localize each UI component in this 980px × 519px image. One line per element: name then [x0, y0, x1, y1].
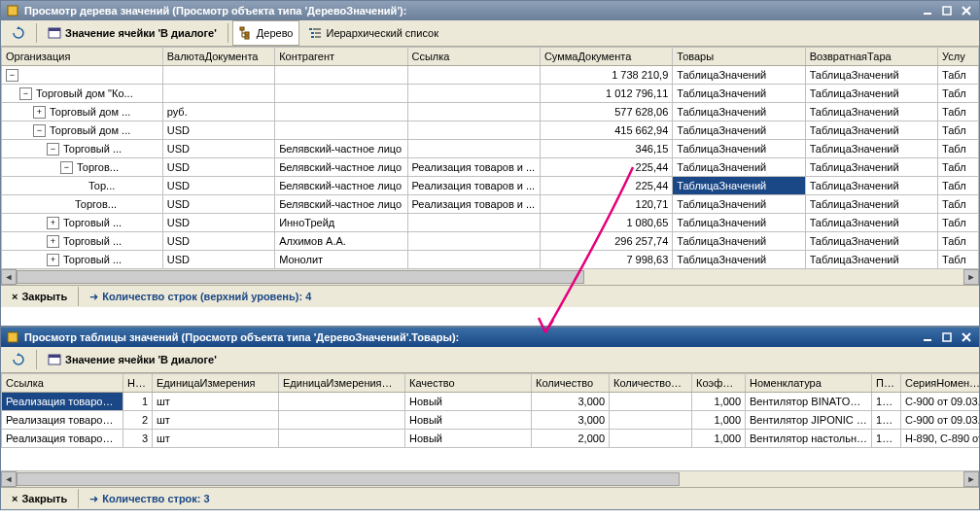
org-cell: Торговый ... — [63, 143, 122, 155]
svg-rect-9 — [245, 36, 249, 39]
dialog-icon — [48, 353, 61, 366]
tree-toggle[interactable]: − — [19, 87, 32, 100]
cell-value-label: Значение ячейки 'В диалоге' — [65, 27, 217, 39]
column-header[interactable]: Контрагент — [275, 48, 407, 66]
svg-rect-11 — [313, 28, 321, 30]
cell-value-button[interactable]: Значение ячейки 'В диалоге' — [41, 20, 224, 46]
table-row[interactable]: +Торговый дом ...руб.577 628,06ТаблицаЗн… — [2, 103, 979, 121]
tree-toggle[interactable]: − — [47, 143, 59, 156]
tree-toggle[interactable]: + — [33, 106, 46, 119]
org-cell: Торговый ... — [63, 235, 122, 247]
close-button[interactable] — [958, 329, 975, 345]
table-row[interactable]: −Торгов...USDБелявский-частное лицоРеали… — [2, 158, 979, 177]
app-icon — [5, 329, 20, 345]
svg-rect-8 — [245, 32, 249, 35]
svg-rect-13 — [315, 32, 321, 34]
tree-grid[interactable]: ОрганизацияВалютаДокументаКонтрагентСсыл… — [1, 47, 979, 268]
table-window: Просмотр таблицы значений (Просмотр объе… — [0, 327, 980, 510]
arrow-right-icon: ➜ — [89, 291, 98, 303]
table-grid[interactable]: СсылкаНо...ЕдиницаИзмеренияЕдиницаИзмере… — [1, 373, 979, 470]
refresh-button[interactable] — [5, 347, 32, 372]
dialog-icon — [48, 26, 61, 40]
minimize-button[interactable] — [919, 3, 936, 18]
svg-rect-22 — [49, 355, 60, 358]
tree-view-button[interactable]: Дерево — [232, 20, 300, 46]
tree-toggle[interactable]: − — [60, 161, 73, 174]
table-row[interactable]: +Торговый ...USDАлхимов А.А.296 257,74Та… — [2, 232, 979, 251]
close-panel-button[interactable]: × Закрыть — [5, 490, 74, 507]
table-row[interactable]: Реализация товаров и ...1штНовый3,0001,0… — [2, 393, 980, 411]
svg-rect-14 — [311, 36, 314, 38]
refresh-button[interactable] — [5, 20, 32, 46]
maximize-button[interactable] — [938, 329, 956, 345]
column-header[interactable]: Товары — [673, 48, 805, 66]
tree-toggle[interactable]: + — [47, 254, 59, 266]
tree-view-label: Дерево — [257, 27, 294, 39]
column-header[interactable]: Количество — [532, 374, 610, 393]
cell-value-button[interactable]: Значение ячейки 'В диалоге' — [41, 347, 224, 372]
status-bar: × Закрыть ➜ Количество строк: 3 — [1, 487, 979, 509]
row-count-button[interactable]: ➜ Количество строк (верхний уровень): 4 — [83, 288, 318, 306]
column-header[interactable]: Пр... — [872, 374, 901, 393]
table-row[interactable]: +Торговый ...USDИнноТрейд1 080,65Таблица… — [2, 214, 979, 232]
table-row[interactable]: Торгов...USDБелявский-частное лицоРеализ… — [2, 195, 979, 214]
table-row[interactable]: −Торговый ...USDБелявский-частное лицо34… — [2, 140, 979, 158]
svg-rect-2 — [943, 7, 951, 15]
scroll-right-button[interactable]: ► — [963, 471, 979, 487]
table-row[interactable]: +Торговый ...USDМонолит7 998,63ТаблицаЗн… — [2, 251, 979, 269]
table-row[interactable]: −Торговый дом ...USD415 662,94ТаблицаЗна… — [2, 121, 979, 140]
column-header[interactable]: ВозвратнаяТара — [805, 48, 937, 66]
maximize-button[interactable] — [938, 3, 956, 18]
scroll-thumb[interactable] — [17, 472, 680, 486]
scroll-left-button[interactable]: ◄ — [1, 269, 17, 285]
column-header[interactable]: Услу — [938, 48, 979, 66]
column-header[interactable]: Ссылка — [2, 374, 123, 393]
close-panel-button[interactable]: × Закрыть — [5, 288, 74, 305]
tree-toggle[interactable]: + — [47, 217, 59, 229]
title-bar[interactable]: Просмотр дерева значений (Просмотр объек… — [1, 1, 979, 20]
column-header[interactable]: Номенклатура — [746, 374, 872, 393]
toolbar: Значение ячейки 'В диалоге' — [1, 347, 979, 373]
table-row[interactable]: Реализация товаров и ...3штНовый2,0001,0… — [2, 430, 980, 448]
refresh-icon — [12, 353, 25, 366]
column-header[interactable]: Коэффи... — [692, 374, 746, 393]
title-bar[interactable]: Просмотр таблицы значений (Просмотр объе… — [1, 328, 979, 347]
svg-rect-18 — [943, 333, 951, 341]
minimize-button[interactable] — [919, 329, 936, 345]
row-count-label: Количество строк: 3 — [102, 493, 209, 504]
window-title: Просмотр дерева значений (Просмотр объек… — [24, 5, 406, 17]
table-row[interactable]: −Торговый дом "Ко...1 012 796,11ТаблицаЗ… — [2, 85, 979, 103]
column-header[interactable]: Но... — [123, 374, 153, 393]
column-header[interactable]: КоличествоМ... — [610, 374, 692, 393]
tree-toggle[interactable]: − — [6, 69, 18, 82]
table-row[interactable]: Тор...USDБелявский-частное лицоРеализаци… — [2, 177, 979, 195]
column-header[interactable]: СуммаДокумента — [540, 48, 672, 66]
table-row[interactable]: −1 738 210,9ТаблицаЗначенийТаблицаЗначен… — [2, 66, 979, 85]
svg-rect-7 — [240, 27, 244, 30]
hier-list-button[interactable]: Иерархический список — [301, 20, 445, 46]
refresh-icon — [12, 26, 25, 40]
scroll-left-button[interactable]: ◄ — [1, 471, 17, 487]
app-icon — [5, 3, 20, 18]
column-header[interactable]: ВалютаДокумента — [162, 48, 274, 66]
window-title: Просмотр таблицы значений (Просмотр объе… — [24, 331, 459, 343]
close-label: Закрыть — [21, 493, 67, 504]
row-count-button[interactable]: ➜ Количество строк: 3 — [83, 490, 216, 508]
h-scrollbar[interactable]: ◄ ► — [1, 268, 979, 285]
scroll-thumb[interactable] — [17, 270, 584, 284]
scroll-right-button[interactable]: ► — [963, 269, 979, 285]
svg-rect-10 — [309, 28, 312, 30]
column-header[interactable]: ЕдиницаИзмеренияМест — [279, 374, 405, 393]
table-row[interactable]: Реализация товаров и ...2штНовый3,0001,0… — [2, 411, 980, 430]
close-button[interactable] — [958, 3, 975, 18]
column-header[interactable]: Организация — [2, 48, 163, 66]
hier-icon — [308, 26, 322, 40]
column-header[interactable]: ЕдиницаИзмерения — [153, 374, 279, 393]
tree-toggle[interactable]: + — [47, 235, 59, 248]
hier-list-label: Иерархический список — [326, 27, 438, 39]
tree-toggle[interactable]: − — [33, 124, 46, 137]
h-scrollbar[interactable]: ◄ ► — [1, 470, 979, 487]
column-header[interactable]: Ссылка — [407, 48, 540, 66]
column-header[interactable]: СерияНоменкла — [901, 374, 980, 393]
column-header[interactable]: Качество — [405, 374, 532, 393]
